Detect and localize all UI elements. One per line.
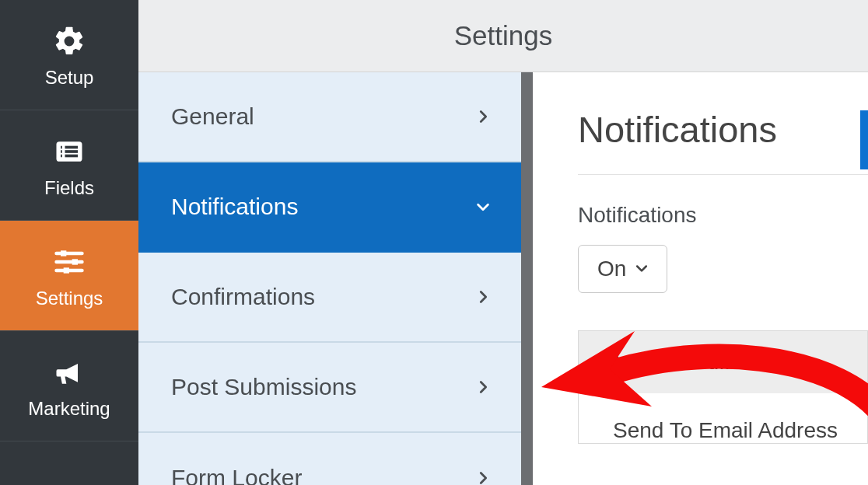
nav-label-fields: Fields — [44, 177, 94, 199]
chevron-right-icon — [474, 379, 492, 396]
svg-rect-12 — [64, 267, 69, 273]
settings-item-confirmations[interactable]: Confirmations — [138, 253, 521, 343]
chevron-down-icon — [474, 198, 492, 215]
list-icon — [50, 132, 89, 171]
blue-accent — [860, 110, 868, 169]
settings-item-label: Post Submissions — [171, 374, 356, 400]
primary-nav: Setup Fields Settings Marketing — [0, 0, 138, 485]
divider — [578, 174, 868, 175]
toggle-label: Notifications — [578, 203, 868, 228]
default-notification-box: Default Notification Send To Email Addre… — [578, 330, 868, 444]
sliders-icon — [50, 242, 89, 281]
megaphone-icon — [50, 353, 89, 392]
content-pane: Notifications Notifications On Default N… — [533, 72, 868, 485]
settings-item-form-locker[interactable]: Form Locker — [138, 433, 521, 485]
notifications-toggle-select[interactable]: On — [578, 245, 667, 293]
nav-label-setup: Setup — [45, 67, 94, 89]
workspace: Settings General Notifications Confirmat… — [138, 0, 868, 485]
chevron-right-icon — [474, 288, 492, 305]
nav-item-settings[interactable]: Settings — [0, 221, 138, 331]
page-title: Settings — [454, 20, 552, 51]
settings-item-label: Form Locker — [171, 465, 302, 485]
svg-rect-10 — [72, 259, 78, 264]
chevron-down-icon — [634, 256, 649, 281]
send-to-label: Send To Email Address — [579, 393, 867, 443]
settings-item-label: General — [171, 103, 254, 130]
nav-item-fields[interactable]: Fields — [0, 110, 138, 221]
toggle-value: On — [597, 256, 626, 281]
nav-label-settings: Settings — [36, 288, 103, 309]
settings-item-general[interactable]: General — [138, 72, 521, 162]
chevron-right-icon — [474, 469, 492, 485]
settings-submenu: General Notifications Confirmations Post… — [138, 72, 533, 485]
gear-icon — [50, 22, 89, 61]
settings-item-notifications[interactable]: Notifications — [138, 162, 521, 253]
settings-item-label: Notifications — [171, 194, 298, 220]
default-notification-header: Default Notification — [579, 331, 867, 393]
nav-item-marketing[interactable]: Marketing — [0, 331, 138, 441]
settings-item-label: Confirmations — [171, 284, 315, 310]
nav-item-setup[interactable]: Setup — [0, 0, 138, 110]
header-bar: Settings — [138, 0, 868, 72]
settings-item-post-submissions[interactable]: Post Submissions — [138, 343, 521, 433]
nav-label-marketing: Marketing — [28, 398, 110, 420]
svg-rect-8 — [61, 250, 66, 256]
below-header: General Notifications Confirmations Post… — [138, 72, 868, 485]
chevron-right-icon — [474, 108, 492, 125]
content-title: Notifications — [578, 108, 868, 151]
